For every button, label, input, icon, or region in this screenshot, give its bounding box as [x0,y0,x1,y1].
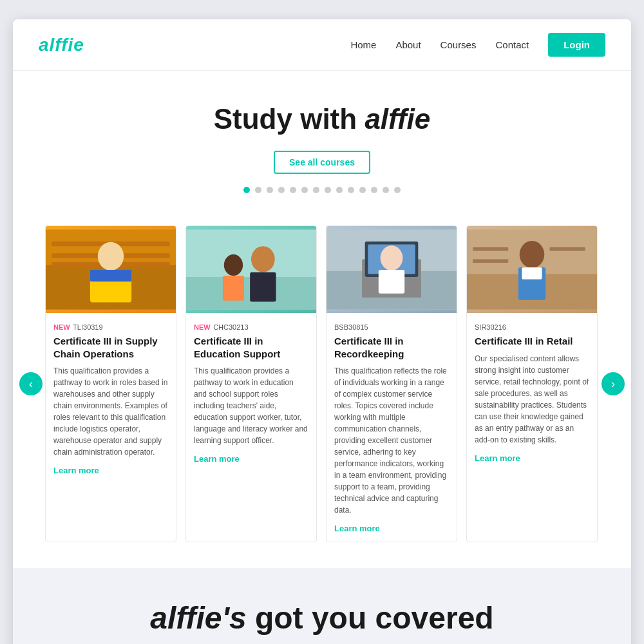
card-title-1: Certificate III in Supply Chain Operatio… [53,335,168,360]
card-image-1 [46,226,176,313]
card-title-2: Certificate III in Education Support [194,335,308,360]
card-badge-row-4: SIR30216 [475,321,589,332]
card-badge-1: NEW [53,323,70,331]
card-desc-2: This qualification provides a pathway to… [194,365,308,446]
svg-point-19 [381,245,403,270]
card-code-3: BSB30815 [334,323,368,331]
learn-more-2[interactable]: Learn more [194,454,240,464]
covered-title: alffie's got you covered [39,600,605,636]
see-all-courses-button[interactable]: See all courses [274,151,370,174]
nav-about[interactable]: About [395,39,421,50]
dot-13[interactable] [383,187,389,193]
dot-12[interactable] [371,187,377,193]
nav-home[interactable]: Home [350,39,376,50]
svg-rect-28 [522,267,542,279]
nav-courses[interactable]: Courses [440,39,477,50]
card-desc-1: This qualification provides a pathway to… [53,365,168,458]
card-body-3: BSB30815 Certificate III in Recordkeepin… [327,313,457,542]
card-body-1: NEW TLI30319 Certificate III in Supply C… [46,313,176,484]
dot-10[interactable] [348,187,354,193]
course-card-2: NEW CHC30213 Certificate III in Educatio… [185,225,317,542]
svg-point-5 [98,242,124,270]
carousel-next-button[interactable]: › [601,372,625,395]
svg-rect-23 [473,247,508,251]
course-card-4: SIR30216 Certificate III in Retail Our s… [466,225,598,542]
carousel-dots [39,187,605,193]
course-card-1: NEW TLI30319 Certificate III in Supply C… [45,225,176,542]
svg-point-10 [251,246,275,272]
card-badge-2: NEW [194,323,211,331]
card-badge-row-2: NEW CHC30213 [194,321,308,332]
svg-rect-25 [550,247,585,251]
courses-section: ‹ [13,213,631,568]
dot-14[interactable] [394,187,401,193]
dot-4[interactable] [278,187,285,193]
card-code-4: SIR30216 [475,323,506,331]
login-button[interactable]: Login [548,33,605,57]
svg-point-12 [224,254,243,276]
dot-6[interactable] [301,187,308,193]
learn-more-3[interactable]: Learn more [334,524,380,533]
card-image-2 [186,226,316,313]
svg-rect-13 [223,276,244,301]
card-badge-row-1: NEW TLI30319 [53,321,168,332]
hero-title: Study with alffie [39,103,605,135]
card-desc-4: Our specialised content allows strong in… [475,353,589,446]
dot-9[interactable] [336,187,343,193]
dot-7[interactable] [313,187,319,193]
svg-point-26 [520,241,545,268]
card-body-4: SIR30216 Certificate III in Retail Our s… [467,313,597,471]
card-image-3 [327,226,457,313]
carousel-wrapper: ‹ [13,225,631,542]
carousel-prev-button[interactable]: ‹ [19,372,43,395]
card-badge-row-3: BSB30815 [334,321,449,332]
svg-rect-7 [90,270,131,281]
svg-rect-24 [473,259,508,263]
cards-container: NEW TLI30319 Certificate III in Supply C… [45,225,599,542]
dot-1[interactable] [243,187,250,193]
course-card-3: BSB30815 Certificate III in Recordkeepin… [326,225,457,542]
dot-5[interactable] [290,187,296,193]
learn-more-1[interactable]: Learn more [53,466,99,475]
hero-section: Study with alffie See all courses [13,71,631,213]
browser-window: alffie Home About Courses Contact Login … [13,19,631,644]
nav-contact[interactable]: Contact [495,39,529,50]
learn-more-4[interactable]: Learn more [475,453,520,463]
card-body-2: NEW CHC30213 Certificate III in Educatio… [186,313,316,472]
navbar: alffie Home About Courses Contact Login [13,19,631,71]
card-image-4 [467,226,597,313]
card-code-2: CHC30213 [213,323,248,331]
logo[interactable]: alffie [39,35,84,55]
covered-section: alffie's got you covered [13,568,631,644]
dot-2[interactable] [255,187,261,193]
dot-3[interactable] [267,187,273,193]
nav-links: Home About Courses Contact Login [350,33,605,57]
svg-rect-11 [250,272,276,302]
card-title-3: Certificate III in Recordkeeping [334,335,449,360]
dot-8[interactable] [325,187,331,193]
svg-rect-20 [379,270,404,294]
card-title-4: Certificate III in Retail [475,335,589,348]
card-code-1: TLI30319 [73,323,102,331]
dot-11[interactable] [359,187,366,193]
card-desc-3: This qualification reflects the role of … [334,365,449,516]
